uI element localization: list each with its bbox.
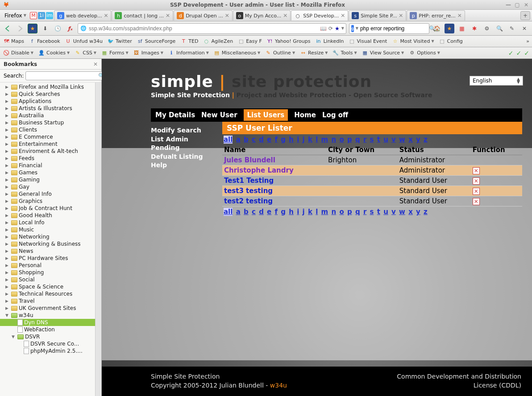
tree-row[interactable]: ▼w34u xyxy=(0,312,95,319)
webdev-item[interactable]: 🚫Disable▼ xyxy=(3,50,33,57)
tree-row[interactable]: ▶Games xyxy=(0,169,95,176)
webdev-item[interactable]: 👤Cookies▼ xyxy=(38,50,70,57)
tree-row[interactable]: ▶Good Health xyxy=(0,212,95,219)
bookmark-item[interactable]: □Config xyxy=(439,38,463,45)
webdev-item[interactable]: ✎CSS▼ xyxy=(74,50,96,57)
twisty-closed-icon[interactable]: ▶ xyxy=(5,249,10,253)
twisty-closed-icon[interactable]: ▶ xyxy=(5,156,10,161)
language-select[interactable]: English ▲▼ xyxy=(470,76,523,86)
delete-icon[interactable]: ✕ xyxy=(473,188,480,195)
tree-row[interactable]: ▶Feeds xyxy=(0,155,95,162)
twisty-open-icon[interactable]: ▼ xyxy=(5,313,10,318)
twisty-closed-icon[interactable]: ▶ xyxy=(5,177,10,182)
twisty-closed-icon[interactable]: ▶ xyxy=(5,256,10,260)
tab-close-icon[interactable]: ✕ xyxy=(104,12,108,19)
alpha-link[interactable]: q xyxy=(355,208,360,216)
twisty-closed-icon[interactable]: ▶ xyxy=(5,163,10,168)
tree-row[interactable]: ▶Austrailia xyxy=(0,112,95,119)
tree-row[interactable]: ▶Entertainment xyxy=(0,140,95,148)
nav-menu-item[interactable]: Log off xyxy=(322,111,348,119)
alpha-link[interactable]: p xyxy=(347,136,352,144)
bookmark-star-icon[interactable]: ★ xyxy=(335,25,340,32)
gear-icon[interactable]: ⚙ xyxy=(482,24,492,33)
bookmark-item[interactable]: □Easy F xyxy=(237,38,262,45)
alpha-link[interactable]: w xyxy=(399,208,405,216)
twisty-closed-icon[interactable]: ▶ xyxy=(5,220,10,225)
sidebar-search-input[interactable] xyxy=(25,71,105,80)
alpha-link[interactable]: w xyxy=(399,136,405,144)
webdev-item[interactable]: ▦Forms▼ xyxy=(101,50,129,57)
alpha-link[interactable]: r xyxy=(363,208,366,216)
alpha-link[interactable]: i xyxy=(297,136,299,144)
tree-row[interactable]: ▶E Commerce xyxy=(0,133,95,140)
twisty-closed-icon[interactable]: ▶ xyxy=(5,235,10,239)
site-identity-icon[interactable]: 🌐 xyxy=(80,25,87,32)
alpha-link[interactable]: g xyxy=(281,136,286,144)
alpha-link[interactable]: e xyxy=(267,136,271,144)
twisty-closed-icon[interactable]: ▶ xyxy=(5,285,10,289)
twisty-closed-icon[interactable]: ▶ xyxy=(5,263,10,268)
tree-row[interactable]: ▶Space & Science xyxy=(0,283,95,290)
alpha-link[interactable]: k xyxy=(308,208,312,216)
twisty-closed-icon[interactable]: ▶ xyxy=(5,85,10,89)
close-icon[interactable]: ✕ xyxy=(523,2,529,8)
nav-menu-item[interactable]: Home xyxy=(294,111,316,119)
bookmark-tree[interactable]: ▶Firefox and Mozilla Links▶Quick Searche… xyxy=(0,82,95,396)
back-button[interactable] xyxy=(3,24,12,33)
webdev-item[interactable]: ✎Outline▼ xyxy=(265,50,295,57)
alpha-link[interactable]: d xyxy=(259,208,264,216)
gmail-icon[interactable]: M xyxy=(30,12,37,19)
alpha-link[interactable]: r xyxy=(363,136,366,144)
tree-row[interactable]: ▶Personal xyxy=(0,262,95,269)
tree-row[interactable]: ▶Artists & Illustrators xyxy=(0,105,95,112)
alpha-link[interactable]: v xyxy=(391,208,396,216)
alpha-link[interactable]: x xyxy=(408,136,413,144)
app-icon-2[interactable]: im xyxy=(46,12,53,19)
tab-close-icon[interactable]: ✕ xyxy=(399,12,403,19)
tree-row[interactable]: ▶News xyxy=(0,248,95,255)
tree-row[interactable]: ▶Business Startup xyxy=(0,119,95,126)
alpha-link[interactable]: h xyxy=(289,208,294,216)
alpha-link[interactable]: b xyxy=(244,136,249,144)
alpha-link[interactable]: t xyxy=(377,208,380,216)
url-input[interactable] xyxy=(89,25,318,32)
twisty-closed-icon[interactable]: ▶ xyxy=(5,128,10,132)
twisty-closed-icon[interactable]: ▶ xyxy=(5,299,10,303)
nav-menu-item[interactable]: List Users xyxy=(244,109,288,121)
twisty-closed-icon[interactable]: ▶ xyxy=(5,306,10,310)
tree-row[interactable]: ▶Applications xyxy=(0,98,95,105)
alpha-link[interactable]: j xyxy=(303,208,305,216)
alpha-link[interactable]: t xyxy=(377,136,380,144)
dropdown-icon[interactable]: ▼ xyxy=(341,26,344,30)
alpha-link[interactable]: l xyxy=(316,208,318,216)
twisty-closed-icon[interactable]: ▶ xyxy=(5,99,10,103)
alpha-link[interactable]: s xyxy=(370,136,374,144)
alpha-link[interactable]: j xyxy=(303,136,305,144)
tab-close-icon[interactable]: ✕ xyxy=(225,12,229,19)
check-icon[interactable]: ✓ xyxy=(508,50,514,57)
history-icon[interactable]: 🕓 xyxy=(53,24,62,33)
twisty-closed-icon[interactable]: ▶ xyxy=(5,292,10,296)
twisty-closed-icon[interactable]: ▶ xyxy=(5,206,10,210)
bookmark-item[interactable]: inLinkedIn xyxy=(315,38,344,45)
firefox-menu-button[interactable]: Firefox ▼ xyxy=(2,12,29,20)
tree-row[interactable]: ▶Enviroment & Alt-tech xyxy=(0,148,95,155)
twisty-closed-icon[interactable]: ▶ xyxy=(5,192,10,196)
webdev-item[interactable]: ↔Resize▼ xyxy=(299,50,328,57)
bookmark-sidebar-icon[interactable]: ★ xyxy=(445,24,454,33)
twisty-closed-icon[interactable]: ▶ xyxy=(5,185,10,189)
browser-tab[interactable]: hcontact | long ...✕ xyxy=(112,10,173,21)
check-icon[interactable]: ✓ xyxy=(524,50,529,57)
footer-link[interactable]: w34u xyxy=(270,382,287,389)
twisty-closed-icon[interactable]: ▶ xyxy=(5,106,10,111)
addon-icon-1[interactable]: ▦ xyxy=(457,24,467,33)
addon-icon-2[interactable]: ✱ xyxy=(470,24,479,33)
check-icon[interactable]: ✓ xyxy=(516,50,522,57)
twisty-closed-icon[interactable]: ▶ xyxy=(5,170,10,175)
bookmarks-overflow-icon[interactable]: » xyxy=(526,38,529,44)
twisty-closed-icon[interactable]: ▶ xyxy=(5,120,10,125)
alpha-link[interactable]: m xyxy=(321,136,328,144)
tree-row[interactable]: ▶Shopping xyxy=(0,269,95,276)
tab-close-icon[interactable]: ✕ xyxy=(341,12,345,19)
alpha-link[interactable]: m xyxy=(321,208,328,216)
